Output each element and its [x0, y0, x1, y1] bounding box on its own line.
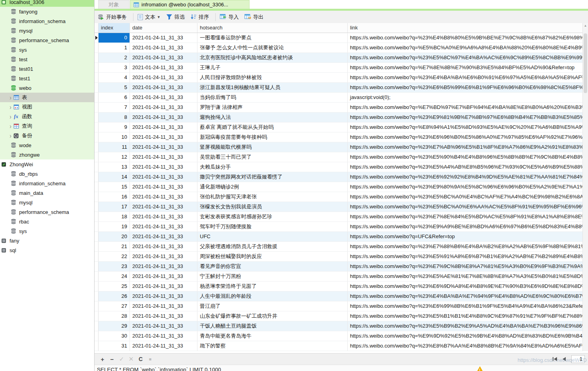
grid-cell-hotsearch[interactable]: 张檬发长文告别我就是演员 — [197, 202, 348, 212]
grid-cell-hotsearch[interactable]: 夫赖瓜妹分手 — [197, 162, 348, 172]
row-selector-gutter[interactable] — [95, 331, 99, 341]
grid-cell-link[interactable]: https://s.weibo.com/weibo?q=%23%E5%B9%B2… — [348, 321, 582, 331]
row-selector-gutter[interactable] — [95, 33, 99, 43]
grid-cell-index[interactable]: 4 — [99, 73, 130, 82]
grid-cell-index[interactable]: 3 — [99, 63, 130, 72]
row-selector-gutter[interactable] — [95, 262, 99, 271]
grid-cell-hotsearch[interactable]: 驾车时千万别随便摸脸 — [197, 222, 348, 231]
chevron-right-icon[interactable]: › — [8, 122, 13, 130]
row-selector-gutter[interactable] — [95, 321, 99, 331]
grid-cell-hotsearch[interactable]: 遛狗拴绳入法 — [197, 113, 348, 122]
grid-cell-date[interactable]: 2021-01-24-11_31_33 — [130, 272, 197, 281]
table-row[interactable]: 0 2021-01-24-11_31_33 一图看懂春运防护要点 https:/… — [95, 33, 582, 43]
grid-cell-index[interactable]: 27 — [99, 301, 130, 311]
chevron-right-icon[interactable]: › — [8, 103, 13, 111]
grid-cell-hotsearch[interactable]: 干饭人糖醋土豆鸡腿盖饭 — [197, 321, 348, 331]
grid-cell-link[interactable]: https://s.weibo.com/weibo?q=%23%E4%BA%BA… — [348, 73, 582, 82]
table-row[interactable]: 9 2021-01-24-11_31_33 蔡卓宜 离婚了就不能从头开始吗 ht… — [95, 122, 582, 132]
database-test1[interactable]: test1 — [0, 74, 94, 83]
sort-button[interactable]: 排序 — [190, 14, 209, 21]
connection-sql[interactable]: sql — [0, 245, 94, 255]
table-row[interactable]: 31 2021-01-24-11_31_33 跪下的警察 https://s.w… — [95, 341, 582, 351]
grid-cell-hotsearch[interactable]: 杨丞琳李荣浩终于见面了 — [197, 282, 348, 291]
tree-node-backups[interactable]: › 备份 — [0, 131, 94, 140]
database-sys-2[interactable]: sys — [0, 226, 94, 236]
table-row[interactable]: 8 2021-01-24-11_31_33 遛狗拴绳入法 https://s.w… — [95, 113, 582, 122]
row-selector-gutter[interactable] — [95, 122, 99, 132]
grid-cell-date[interactable]: 2021-01-24-11_31_33 — [130, 252, 197, 261]
table-row[interactable]: 15 2021-01-24-11_31_33 通化新增确诊2例 https://… — [95, 182, 582, 192]
table-row[interactable]: 19 2021-01-24-11_31_33 驾车时千万别随便摸脸 https:… — [95, 222, 582, 232]
grid-cell-hotsearch[interactable]: 蔡卓宜 离婚了就不能从头开始吗 — [197, 122, 348, 132]
grid-cell-date[interactable]: 2021-01-24-11_31_33 — [130, 113, 197, 122]
grid-cell-hotsearch[interactable]: 当妈你后悔了吗 — [197, 93, 348, 102]
database-rbac[interactable]: rbac — [0, 217, 94, 226]
table-row[interactable]: 22 2021-01-24-11_31_33 周深被粉丝喊娶我时的反应 http… — [95, 252, 582, 262]
grid-cell-date[interactable]: 2021-01-24-11_31_33 — [130, 93, 197, 102]
table-row[interactable]: 4 2021-01-24-11_31_33 人民日报评敦煌防护林被毁 https… — [95, 73, 582, 83]
grid-cell-index[interactable]: 26 — [99, 291, 130, 301]
grid-cell-hotsearch[interactable]: 青岛中能更名青岛海牛 — [197, 331, 348, 341]
table-row[interactable]: 6 2021-01-24-11_31_33 当妈你后悔了吗 javascript… — [95, 93, 582, 103]
grid-cell-hotsearch[interactable]: 周深被粉丝喊娶我时的反应 — [197, 252, 348, 261]
grid-cell-hotsearch[interactable]: 山东金矿爆炸事故一矿工成功升井 — [197, 311, 348, 321]
row-selector-gutter[interactable] — [95, 172, 99, 182]
grid-cell-link[interactable]: https://s.weibo.com/weibo?q=%23%E6%96%B0… — [348, 132, 582, 142]
grid-cell-hotsearch[interactable]: 人民日报评敦煌防护林被毁 — [197, 73, 348, 82]
grid-cell-link[interactable]: https://s.weibo.com/weibo?q=%23%E8%B7%AA… — [348, 341, 582, 351]
grid-cell-date[interactable]: 2021-01-24-11_31_33 — [130, 63, 197, 72]
table-row[interactable]: 25 2021-01-24-11_31_33 杨丞琳李荣浩终于见面了 https… — [95, 282, 582, 291]
row-selector-gutter[interactable] — [95, 272, 99, 281]
row-selector-gutter[interactable] — [95, 142, 99, 152]
grid-cell-index[interactable]: 19 — [99, 222, 130, 231]
grid-cell-link[interactable]: https://s.weibo.com/weibo?q=%23%E5%AE%81… — [348, 272, 582, 281]
grid-cell-hotsearch[interactable]: 人生中最混乱的年龄段 — [197, 291, 348, 301]
grid-cell-link[interactable]: https://s.weibo.com/weibo?q=%E7%BD%97%E7… — [348, 103, 582, 112]
tree-node-queries[interactable]: › 查询 — [0, 121, 94, 131]
grid-cell-index[interactable]: 15 — [99, 182, 130, 192]
tree-node-tables[interactable]: › 表 — [0, 93, 94, 102]
grid-cell-index[interactable]: 5 — [99, 83, 130, 92]
grid-cell-index[interactable]: 9 — [99, 122, 130, 132]
table-row[interactable]: 16 2021-01-24-11_31_33 张伯礼防护服写天津老张 https… — [95, 192, 582, 202]
table-row[interactable]: 26 2021-01-24-11_31_33 人生中最混乱的年龄段 https:… — [95, 291, 582, 301]
grid-cell-link[interactable]: https://s.weibo.com/weibo?q=%23%E4%B8%80… — [348, 33, 582, 43]
table-row[interactable]: 1 2021-01-24-11_31_33 张馨予 怎么女人中性一点就要被议论 … — [95, 43, 582, 53]
grid-cell-link[interactable]: https://s.weibo.com/weibo?q=%23%E9%81%9B… — [348, 113, 582, 122]
grid-cell-date[interactable]: 2021-01-24-11_31_33 — [130, 172, 197, 182]
grid-cell-date[interactable]: 2021-01-24-11_31_33 — [130, 83, 197, 92]
grid-cell-date[interactable]: 2021-01-24-11_31_33 — [130, 53, 197, 62]
grid-cell-link[interactable]: https://s.weibo.com/weibo?q=%23%E7%8E%84… — [348, 212, 582, 221]
grid-cell-date[interactable]: 2021-01-24-11_31_33 — [130, 103, 197, 112]
text-view-button[interactable]: 文本 ▼ — [137, 14, 161, 21]
grid-cell-date[interactable]: 2021-01-24-11_31_33 — [130, 182, 197, 192]
grid-cell-link[interactable]: https://s.weibo.com/weibo?q=%E5%BC%A0%E9… — [348, 43, 582, 52]
grid-cell-index[interactable]: 14 — [99, 172, 130, 182]
grid-cell-index[interactable]: 20 — [99, 232, 130, 241]
scrollbar-thumb[interactable] — [584, 33, 587, 93]
grid-cell-link[interactable]: https://s.weibo.com/weibo?q=UFC&Refer=to… — [348, 232, 582, 241]
row-selector-gutter[interactable] — [95, 162, 99, 172]
grid-cell-link[interactable]: https://s.weibo.com/weibo?q=%23%E6%99%8B… — [348, 301, 582, 311]
row-selector-gutter[interactable] — [95, 242, 99, 251]
grid-cell-hotsearch[interactable]: 竖屏视频能取代横屏吗 — [197, 142, 348, 152]
grid-cell-index[interactable]: 1 — [99, 43, 130, 52]
row-selector-gutter[interactable] — [95, 43, 99, 52]
grid-cell-hotsearch[interactable]: 张馨予 怎么女人中性一点就要被议论 — [197, 43, 348, 52]
connection-fany[interactable]: fany — [0, 236, 94, 245]
grid-cell-index[interactable]: 28 — [99, 311, 130, 321]
row-selector-gutter[interactable] — [95, 232, 99, 241]
grid-cell-index[interactable]: 24 — [99, 272, 130, 281]
grid-cell-link[interactable]: javascript:void(0); — [348, 93, 582, 102]
tree-node-views[interactable]: › 视图 — [0, 102, 94, 112]
grid-cell-hotsearch[interactable]: 新冠病毒疫苗需要每年接种吗 — [197, 132, 348, 142]
grid-cell-link[interactable]: https://s.weibo.com/weibo?q=%23%E6%92%92… — [348, 172, 582, 182]
table-row[interactable]: 30 2021-01-24-11_31_33 青岛中能更名青岛海牛 https:… — [95, 331, 582, 341]
grid-cell-hotsearch[interactable]: 罗翔于谦 法律相声 — [197, 103, 348, 112]
grid-cell-date[interactable]: 2021-01-24-11_31_33 — [130, 301, 197, 311]
grid-cell-hotsearch[interactable]: 父亲被埋遇难消防员儿子含泪救援 — [197, 242, 348, 251]
filter-button[interactable]: 筛选 — [166, 14, 185, 21]
grid-cell-date[interactable]: 2021-01-24-11_31_33 — [130, 122, 197, 132]
database-zhongwe[interactable]: zhongwe — [0, 150, 94, 159]
table-row[interactable]: 24 2021-01-24-11_31_33 宁王解封十万黑粉 https://… — [95, 272, 582, 282]
